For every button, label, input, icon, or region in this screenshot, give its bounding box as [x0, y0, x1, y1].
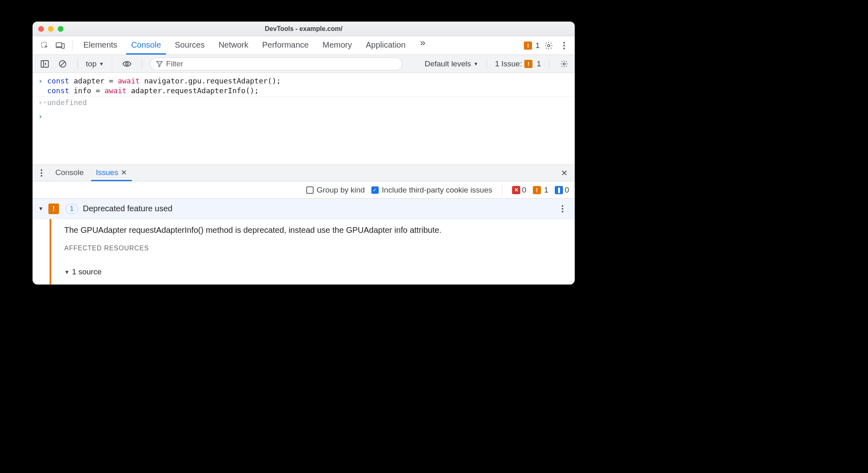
warning-icon: !: [533, 186, 541, 194]
warning-icon: !: [524, 60, 532, 68]
minimize-window-button[interactable]: [48, 26, 54, 32]
return-chevron-icon: ‹·: [38, 98, 47, 107]
source-expand-row[interactable]: ▼ 1 source: [64, 267, 441, 276]
dropdown-triangle-icon: ▼: [473, 61, 478, 67]
console-output: › const adapter = await navigator.gpu.re…: [33, 73, 575, 125]
close-drawer-icon[interactable]: ✕: [558, 166, 571, 180]
source-count-text: 1 source: [72, 267, 102, 276]
drawer-tabstrip: Console Issues ✕ ✕: [33, 164, 575, 182]
checkbox-empty-icon: [306, 186, 314, 194]
toolbar-divider: [72, 40, 73, 51]
issue-header-row[interactable]: ▼ ! 1 Deprecated feature used: [33, 199, 575, 219]
main-toolbar: Elements Console Sources Network Perform…: [33, 36, 575, 55]
toolbar-warning-badge[interactable]: ! 1: [524, 41, 540, 50]
issues-toolbar: Group by kind ✓ Include third-party cook…: [33, 182, 575, 199]
console-toolbar: top ▼ Filter Default levels ▼ 1 Issue: !…: [33, 55, 575, 73]
svg-point-9: [126, 63, 128, 65]
more-menu-icon[interactable]: [558, 39, 571, 52]
console-toolbar-divider: [142, 59, 142, 69]
console-input-row[interactable]: › const adapter = await navigator.gpu.re…: [33, 75, 575, 96]
drawer-tab-console[interactable]: Console: [50, 165, 89, 181]
console-toolbar-divider: [112, 59, 112, 69]
expand-triangle-icon: ▼: [64, 269, 70, 275]
close-tab-icon[interactable]: ✕: [121, 168, 127, 177]
warning-count[interactable]: ! 1: [533, 186, 549, 195]
devtools-window: DevTools - example.com/ Elements Console…: [33, 22, 575, 285]
console-return-row: ‹· undefined: [33, 97, 575, 108]
close-window-button[interactable]: [38, 26, 44, 32]
svg-point-14: [562, 205, 563, 207]
tab-elements[interactable]: Elements: [79, 36, 122, 55]
issues-label: 1 Issue:: [495, 59, 522, 68]
issue-menu-icon[interactable]: [556, 202, 569, 215]
tab-memory[interactable]: Memory: [318, 36, 357, 55]
window-title: DevTools - example.com/: [265, 25, 342, 33]
affected-resources-heading: AFFECTED RESOURCES: [64, 245, 441, 252]
info-icon: ❚: [555, 186, 563, 194]
issue-title: Deprecated feature used: [83, 204, 172, 213]
tab-network[interactable]: Network: [214, 36, 253, 55]
levels-label: Default levels: [425, 59, 471, 68]
tab-application[interactable]: Application: [361, 36, 410, 55]
inspect-element-icon[interactable]: [38, 39, 51, 52]
context-label: top: [86, 59, 96, 68]
console-toolbar-divider: [77, 59, 78, 69]
tab-performance[interactable]: Performance: [257, 36, 314, 55]
execution-context-selector[interactable]: top ▼: [86, 59, 104, 68]
settings-gear-icon[interactable]: [542, 39, 555, 52]
svg-point-15: [562, 208, 563, 210]
drawer-tab-issues[interactable]: Issues ✕: [91, 165, 132, 181]
checkbox-checked-icon: ✓: [371, 186, 379, 194]
console-settings-gear-icon[interactable]: [558, 57, 571, 70]
return-value: undefined: [47, 98, 87, 107]
error-icon: ✕: [512, 186, 520, 194]
svg-point-5: [563, 45, 565, 46]
info-count[interactable]: ❚ 0: [555, 186, 569, 195]
console-filter-input[interactable]: Filter: [150, 57, 402, 70]
live-expression-eye-icon[interactable]: [120, 57, 133, 70]
issues-link[interactable]: 1 Issue: ! 1: [495, 59, 541, 68]
tab-sources[interactable]: Sources: [170, 36, 209, 55]
tab-console[interactable]: Console: [126, 36, 166, 55]
svg-point-13: [41, 175, 42, 177]
console-prompt-row[interactable]: ›: [33, 111, 575, 122]
console-toolbar-divider: [549, 59, 550, 69]
svg-point-6: [563, 48, 565, 49]
group-by-kind-checkbox[interactable]: Group by kind: [306, 186, 365, 195]
filter-icon: [156, 61, 163, 67]
svg-point-4: [563, 42, 565, 44]
prompt-chevron-icon: ›: [38, 112, 47, 121]
window-titlebar: DevTools - example.com/: [33, 22, 575, 36]
toolbar-warning-count: 1: [535, 41, 540, 50]
console-sidebar-toggle-icon[interactable]: [38, 57, 51, 70]
traffic-lights: [38, 26, 63, 32]
panel-tabs: Elements Console Sources Network Perform…: [79, 36, 431, 55]
svg-rect-1: [56, 43, 62, 47]
issues-count: 1: [537, 59, 541, 68]
more-tabs-icon[interactable]: »: [414, 36, 431, 49]
svg-point-11: [41, 169, 42, 171]
third-party-cookies-checkbox[interactable]: ✓ Include third-party cookie issues: [371, 186, 492, 195]
svg-point-3: [547, 44, 550, 47]
issue-count-pill: 1: [65, 204, 78, 214]
log-levels-selector[interactable]: Default levels ▼: [425, 59, 478, 68]
error-count[interactable]: ✕ 0: [512, 186, 526, 195]
warning-icon: !: [524, 42, 532, 50]
issue-body: The GPUAdapter requestAdapterInfo() meth…: [33, 219, 575, 285]
warning-icon: !: [48, 204, 59, 214]
drawer-menu-icon[interactable]: [35, 166, 48, 180]
console-toolbar-divider: [486, 59, 487, 69]
issues-toolbar-divider: [502, 185, 502, 195]
svg-point-16: [562, 211, 563, 212]
filter-placeholder-text: Filter: [166, 59, 183, 68]
issue-message: The GPUAdapter requestAdapterInfo() meth…: [64, 226, 441, 235]
svg-point-10: [563, 63, 565, 65]
svg-point-12: [41, 172, 42, 174]
console-code-line: const adapter = await navigator.gpu.requ…: [47, 76, 281, 96]
input-chevron-icon: ›: [38, 76, 47, 96]
clear-console-icon[interactable]: [56, 57, 69, 70]
expand-triangle-icon: ▼: [38, 206, 44, 212]
device-toggle-icon[interactable]: [54, 39, 67, 52]
zoom-window-button[interactable]: [58, 26, 63, 32]
dropdown-triangle-icon: ▼: [99, 61, 104, 67]
